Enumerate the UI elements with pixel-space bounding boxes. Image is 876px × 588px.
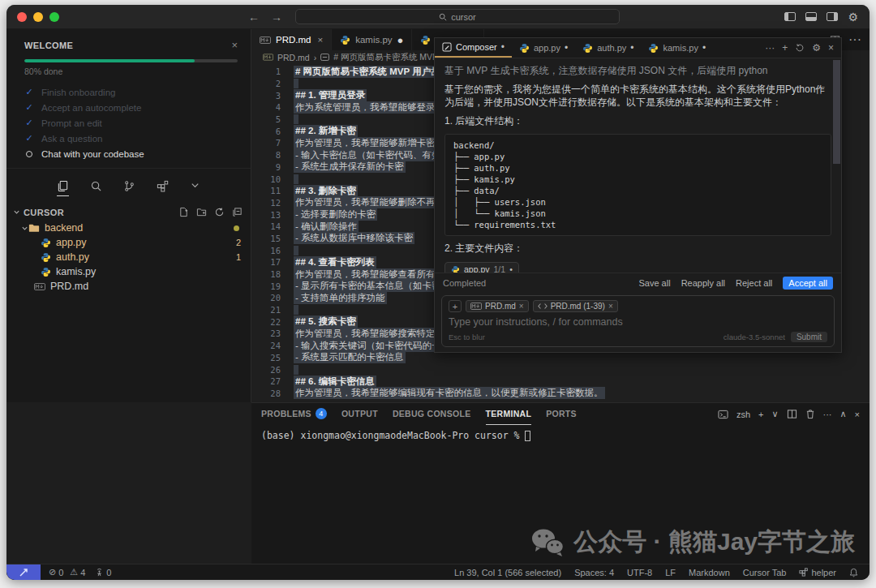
editor-tab-PRD-md[interactable]: PRD.md× bbox=[251, 29, 332, 50]
tab-label: PRD.md bbox=[276, 35, 311, 45]
kill-terminal-icon[interactable] bbox=[805, 409, 815, 419]
accept-all-button[interactable]: Accept all bbox=[783, 277, 833, 290]
watermark-text: 公众号 · 熊猫Jay字节之旅 bbox=[573, 526, 855, 559]
composer-placeholder[interactable]: Type your instructions, / for commands bbox=[449, 316, 827, 328]
minimize-window-button[interactable] bbox=[33, 12, 43, 22]
tree-item-PRD-md[interactable]: PRD.md bbox=[6, 279, 251, 294]
tree-item-app-py[interactable]: app.py2 bbox=[6, 235, 251, 250]
new-folder-icon[interactable] bbox=[196, 207, 207, 217]
submit-button[interactable]: Submit bbox=[791, 332, 827, 342]
model-label[interactable]: claude-3.5-sonnet bbox=[724, 333, 785, 341]
reject-all-button[interactable]: Reject all bbox=[736, 278, 772, 288]
chevron-down-icon[interactable] bbox=[190, 180, 200, 196]
maximize-panel-icon[interactable]: ∧ bbox=[840, 409, 847, 419]
context-chip[interactable]: PRD.md× bbox=[466, 300, 529, 312]
python-icon bbox=[41, 238, 51, 248]
checklist-item[interactable]: ✓Ask a question bbox=[24, 131, 238, 146]
toggle-panel-icon[interactable] bbox=[805, 12, 817, 21]
close-icon[interactable]: × bbox=[519, 302, 524, 311]
panel-tab-debug-console[interactable]: DEBUG CONSOLE bbox=[393, 403, 471, 425]
shell-label[interactable]: zsh bbox=[736, 410, 750, 419]
checklist-item[interactable]: ✓Finish onboarding bbox=[24, 84, 238, 100]
close-panel-icon[interactable]: × bbox=[855, 410, 860, 419]
tab-label: Composer bbox=[456, 42, 497, 52]
composer-tab-app-py[interactable]: app.py• bbox=[512, 38, 575, 58]
composer-scrollbar[interactable] bbox=[833, 60, 840, 164]
language-mode[interactable]: Markdown bbox=[689, 568, 730, 577]
composer-tab-Composer[interactable]: Composer• bbox=[435, 38, 512, 58]
composer-tab-auth-py[interactable]: auth.py• bbox=[575, 38, 641, 58]
close-icon[interactable]: × bbox=[828, 42, 834, 54]
toggle-secondary-sidebar-icon[interactable] bbox=[827, 12, 838, 21]
encoding[interactable]: UTF-8 bbox=[627, 568, 652, 577]
search-icon[interactable] bbox=[90, 180, 102, 196]
cursor-tab-toggle[interactable]: Cursor Tab bbox=[743, 568, 787, 577]
gear-icon[interactable]: ⚙ bbox=[848, 11, 858, 23]
files-icon[interactable] bbox=[57, 180, 69, 196]
tree-item-auth-py[interactable]: auth.py1 bbox=[6, 250, 251, 264]
ports-indicator[interactable]: 0 bbox=[95, 568, 111, 577]
modified-dot: • bbox=[565, 42, 568, 54]
close-icon[interactable]: × bbox=[608, 302, 613, 311]
save-all-button[interactable]: Save all bbox=[638, 278, 670, 288]
python-icon bbox=[340, 35, 350, 45]
esc-hint: Esc to blur bbox=[449, 333, 485, 341]
extensions-icon[interactable] bbox=[157, 180, 169, 196]
modified-dot-badge bbox=[234, 225, 239, 231]
line-text: - 系统显示匹配的卡密信息 bbox=[294, 351, 406, 363]
breadcrumb-file[interactable]: PRD.md bbox=[277, 53, 310, 62]
modified-dot: • bbox=[501, 41, 505, 53]
helper-extension[interactable]: helper bbox=[799, 568, 836, 577]
settings-gear-icon[interactable]: ⚙ bbox=[812, 42, 821, 54]
zoom-window-button[interactable] bbox=[49, 12, 59, 22]
indentation[interactable]: Spaces: 4 bbox=[574, 568, 614, 577]
source-control-icon[interactable] bbox=[123, 180, 135, 196]
terminal-content[interactable]: (base) xiongmao@xiongmaodeMacBook-Pro cu… bbox=[251, 425, 870, 441]
context-chip[interactable]: PRD.md (1-39)× bbox=[533, 300, 618, 312]
composer-input[interactable]: + PRD.md×PRD.md (1-39)× Type your instru… bbox=[441, 295, 835, 347]
checklist-item[interactable]: Chat with your codebase bbox=[24, 146, 238, 161]
collapse-all-icon[interactable] bbox=[232, 207, 243, 217]
composer-status: Completed bbox=[443, 278, 486, 288]
checklist-item[interactable]: ✓Prompt an edit bbox=[24, 115, 238, 131]
back-icon[interactable]: ← bbox=[248, 11, 260, 24]
remote-indicator[interactable] bbox=[6, 564, 41, 580]
refresh-icon[interactable] bbox=[214, 207, 225, 217]
eol[interactable]: LF bbox=[665, 568, 676, 577]
tree-item-backend[interactable]: backend bbox=[6, 221, 251, 235]
new-terminal-icon[interactable]: + bbox=[758, 410, 763, 419]
close-window-button[interactable] bbox=[17, 12, 27, 22]
new-file-icon[interactable] bbox=[178, 207, 189, 217]
close-icon[interactable]: × bbox=[317, 35, 323, 45]
reapply-all-button[interactable]: Reapply all bbox=[681, 278, 725, 288]
terminal-dropdown-icon[interactable]: ∨ bbox=[771, 409, 778, 419]
python-icon bbox=[519, 43, 530, 54]
panel-tab-terminal[interactable]: TERMINAL bbox=[486, 403, 532, 425]
tree-item-kamis-py[interactable]: kamis.py bbox=[6, 264, 251, 279]
history-icon[interactable] bbox=[795, 43, 805, 53]
split-terminal-icon[interactable] bbox=[787, 409, 797, 419]
forward-icon[interactable]: → bbox=[271, 11, 282, 24]
modified-dot[interactable]: ● bbox=[397, 34, 404, 46]
checklist-item[interactable]: ✓Accept an autocomplete bbox=[24, 100, 238, 115]
more-actions-icon[interactable]: ··· bbox=[823, 410, 832, 419]
close-icon[interactable]: × bbox=[231, 39, 238, 51]
explorer-header[interactable]: CURSOR bbox=[6, 204, 251, 221]
composer-tabbar: Composer•app.py•auth.py•kamis.py•···+⚙× bbox=[435, 38, 841, 58]
command-center-search[interactable]: cursor bbox=[295, 9, 620, 24]
more-icon[interactable]: ··· bbox=[765, 42, 775, 54]
panel-tab-problems[interactable]: PROBLEMS4 bbox=[261, 403, 327, 425]
line-number: 27 bbox=[251, 376, 281, 386]
composer-tab-kamis-py[interactable]: kamis.py• bbox=[641, 38, 713, 58]
add-context-button[interactable]: + bbox=[449, 300, 462, 312]
editor-tab-kamis-py[interactable]: kamis.py● bbox=[332, 29, 412, 50]
panel-tab-ports[interactable]: PORTS bbox=[546, 403, 577, 425]
cursor-position[interactable]: Ln 39, Col 1 (566 selected) bbox=[454, 568, 561, 577]
generated-file-chip[interactable]: app.py 1/1 • bbox=[444, 262, 519, 273]
toggle-sidebar-icon[interactable] bbox=[784, 12, 796, 21]
bell-icon[interactable] bbox=[849, 568, 858, 577]
add-composer-icon[interactable]: + bbox=[782, 42, 788, 54]
problems-summary[interactable]: ⊘ 0 ⚠ 4 bbox=[49, 567, 85, 577]
more-actions-icon[interactable]: ··· bbox=[848, 32, 861, 47]
panel-tab-output[interactable]: OUTPUT bbox=[341, 403, 378, 425]
